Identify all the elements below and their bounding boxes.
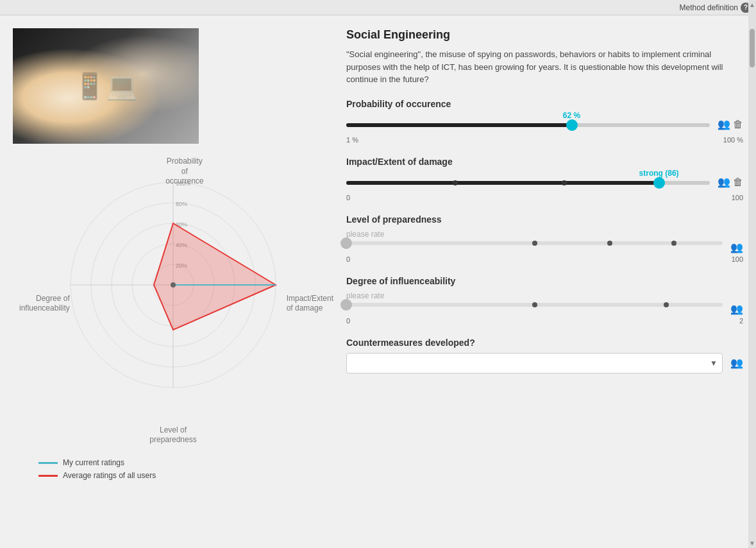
legend-area: My current ratings Average ratings of al… <box>13 458 333 480</box>
impact-actions: 👥 🗑 <box>718 176 743 188</box>
preparedness-actions: 👥 <box>730 241 743 253</box>
impact-range: 0 100 <box>346 194 743 201</box>
influenceability-actions: 👥 <box>730 303 743 315</box>
probability-range: 1 % 100 % <box>346 136 743 144</box>
influenceability-group-icon[interactable]: 👥 <box>730 303 743 315</box>
impact-min: 0 <box>346 194 350 201</box>
probability-value: 62 % <box>563 110 580 119</box>
inf-dot-2 <box>664 302 669 307</box>
legend-current-line <box>38 462 58 464</box>
impact-thumb[interactable] <box>653 177 665 189</box>
radar-chart-svg: 100% 80% 60% 40% 20% <box>45 157 301 413</box>
probability-label: Probability of occurence <box>346 99 743 109</box>
vertical-scrollbar[interactable]: ▲ ▼ <box>748 0 756 548</box>
preparedness-section: Level of preparedness please rate <box>346 214 743 263</box>
impact-value: strong (86) <box>639 168 679 177</box>
probability-thumb[interactable] <box>566 119 578 131</box>
probability-actions: 👥 🗑 <box>718 118 743 130</box>
probability-delete-icon[interactable]: 🗑 <box>733 119 743 130</box>
influenceability-slider[interactable] <box>346 303 723 307</box>
method-definition-text: Method definition ? <box>680 3 751 13</box>
impact-max: 100 <box>732 194 743 201</box>
influenceability-range: 0 2 <box>346 317 743 325</box>
probability-max: 100 % <box>723 136 743 144</box>
countermeasures-actions: 👥 <box>730 357 743 369</box>
impact-label: Impact/Extent of damage <box>346 157 743 167</box>
legend-current: My current ratings <box>38 458 333 467</box>
preparedness-thumb[interactable] <box>340 237 352 249</box>
hero-image <box>13 28 199 144</box>
preparedness-range: 0 100 <box>346 255 743 263</box>
influenceability-min: 0 <box>346 317 350 325</box>
inf-dot-1 <box>532 302 537 307</box>
probability-group-icon[interactable]: 👥 <box>718 118 730 130</box>
left-panel: 100% 80% 60% 40% 20% Probability of occu… <box>13 28 333 480</box>
impact-dot-2 <box>562 180 567 185</box>
top-bar: Method definition ? <box>0 0 756 15</box>
impact-dot-1 <box>453 180 458 185</box>
main-content: 100% 80% 60% 40% 20% Probability of occu… <box>0 15 756 493</box>
impact-slider[interactable] <box>346 181 710 185</box>
prep-dot-3 <box>671 241 676 246</box>
influenceability-label: Degree of influenceability <box>346 276 743 286</box>
legend-average: Average ratings of all users <box>38 471 333 480</box>
probability-slider[interactable] <box>346 123 710 127</box>
probability-min: 1 % <box>346 136 358 144</box>
probability-section: Probability of occurence 62 % 👥 🗑 <box>346 99 743 144</box>
impact-fill <box>346 181 659 185</box>
influenceability-section: Degree of influenceability please rate 👥 <box>346 276 743 325</box>
svg-text:80%: 80% <box>176 201 187 207</box>
page-wrapper: Method definition ? <box>0 0 756 548</box>
scroll-down-arrow[interactable]: ▼ <box>748 538 756 548</box>
countermeasures-group-icon[interactable]: 👥 <box>730 357 743 369</box>
countermeasures-select[interactable] <box>346 353 723 373</box>
preparedness-min: 0 <box>346 255 350 263</box>
svg-point-12 <box>171 282 176 287</box>
page-description: "Social engineering", the misuse of spyi… <box>346 48 743 86</box>
legend-current-label: My current ratings <box>63 458 124 467</box>
preparedness-please-rate: please rate <box>346 230 743 239</box>
scroll-up-arrow[interactable]: ▲ <box>748 0 756 10</box>
prep-dot-1 <box>532 241 537 246</box>
page-title: Social Engineering <box>346 28 743 42</box>
influenceability-please-rate: please rate <box>346 291 743 300</box>
impact-section: Impact/Extent of damage strong (86) <box>346 157 743 201</box>
impact-group-icon[interactable]: 👥 <box>718 176 730 188</box>
radar-chart-container: 100% 80% 60% 40% 20% Probability of occu… <box>19 144 327 452</box>
impact-delete-icon[interactable]: 🗑 <box>733 176 743 188</box>
scroll-thumb[interactable] <box>750 29 755 67</box>
probability-fill <box>346 123 572 127</box>
preparedness-max: 100 <box>732 255 743 263</box>
countermeasures-dropdown-wrapper: ▼ <box>346 353 723 373</box>
radar-label-left: Degree of influenceability <box>19 294 70 314</box>
countermeasures-section: Countermeasures developed? ▼ 👥 <box>346 338 743 373</box>
preparedness-slider[interactable] <box>346 241 723 245</box>
countermeasures-label: Countermeasures developed? <box>346 338 743 348</box>
method-definition-label: Method definition <box>680 3 738 12</box>
radar-label-bottom: Level of preparedness <box>149 425 196 445</box>
radar-label-right: Impact/Extent of damage <box>287 294 333 314</box>
legend-average-line <box>38 475 58 477</box>
legend-average-label: Average ratings of all users <box>63 471 156 480</box>
influenceability-thumb[interactable] <box>340 299 352 311</box>
prep-dot-2 <box>607 241 612 246</box>
influenceability-max: 2 <box>739 317 743 325</box>
preparedness-group-icon[interactable]: 👥 <box>730 241 743 253</box>
radar-label-top: Probability of occurrence <box>165 157 203 187</box>
preparedness-label: Level of preparedness <box>346 214 743 225</box>
right-panel: Social Engineering "Social engineering",… <box>346 28 743 480</box>
